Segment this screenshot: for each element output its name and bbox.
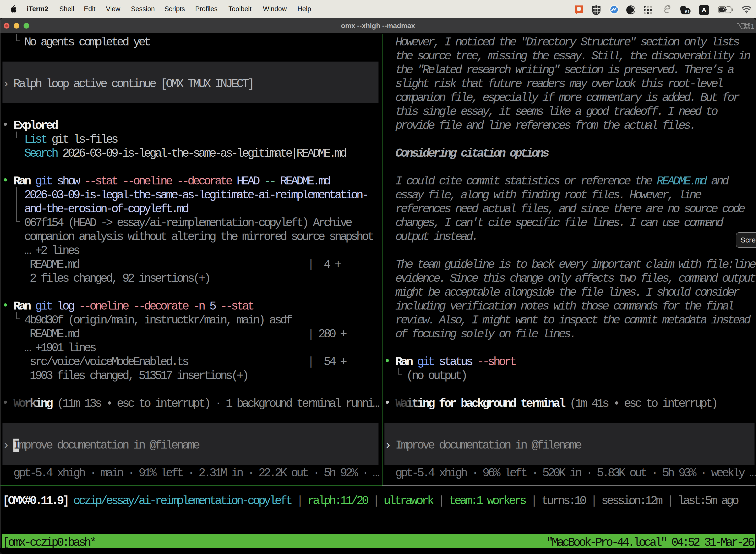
svg-text:..61: ..61 (683, 9, 690, 14)
svg-text:1: 1 (751, 22, 755, 30)
